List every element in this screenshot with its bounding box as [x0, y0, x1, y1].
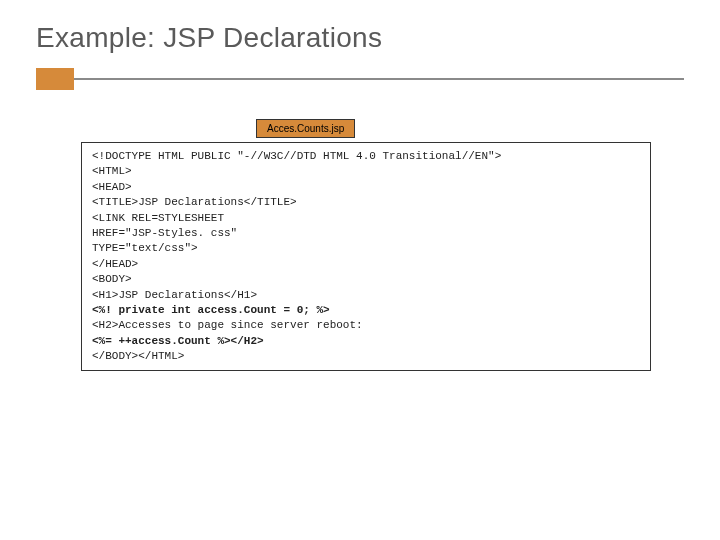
code-line: <BODY>	[92, 272, 640, 287]
code-line: </BODY></HTML>	[92, 349, 640, 364]
code-line: <%! private int access.Count = 0; %>	[92, 303, 640, 318]
code-line: <TITLE>JSP Declarations</TITLE>	[92, 195, 640, 210]
code-bold: <%= ++access.Count %></H2>	[92, 335, 264, 347]
code-block: <!DOCTYPE HTML PUBLIC "-//W3C//DTD HTML …	[81, 142, 651, 371]
code-bold: <%! private int access.Count = 0; %>	[92, 304, 330, 316]
file-tab: Acces.Counts.jsp	[256, 119, 355, 138]
code-line: <H2>Accesses to page since server reboot…	[92, 318, 640, 333]
code-line: TYPE="text/css">	[92, 241, 640, 256]
code-line: <LINK REL=STYLESHEET	[92, 211, 640, 226]
code-line: </HEAD>	[92, 257, 640, 272]
divider-line	[74, 78, 684, 80]
code-line: HREF="JSP-Styles. css"	[92, 226, 640, 241]
code-line: <H1>JSP Declarations</H1>	[92, 288, 640, 303]
code-line: <%= ++access.Count %></H2>	[92, 334, 640, 349]
code-line: <HTML>	[92, 164, 640, 179]
divider-row	[36, 68, 684, 90]
accent-block	[36, 68, 74, 90]
page-title: Example: JSP Declarations	[36, 22, 684, 54]
code-line: <!DOCTYPE HTML PUBLIC "-//W3C//DTD HTML …	[92, 149, 640, 164]
code-line: <HEAD>	[92, 180, 640, 195]
slide-container: Example: JSP Declarations Acces.Counts.j…	[0, 0, 720, 540]
